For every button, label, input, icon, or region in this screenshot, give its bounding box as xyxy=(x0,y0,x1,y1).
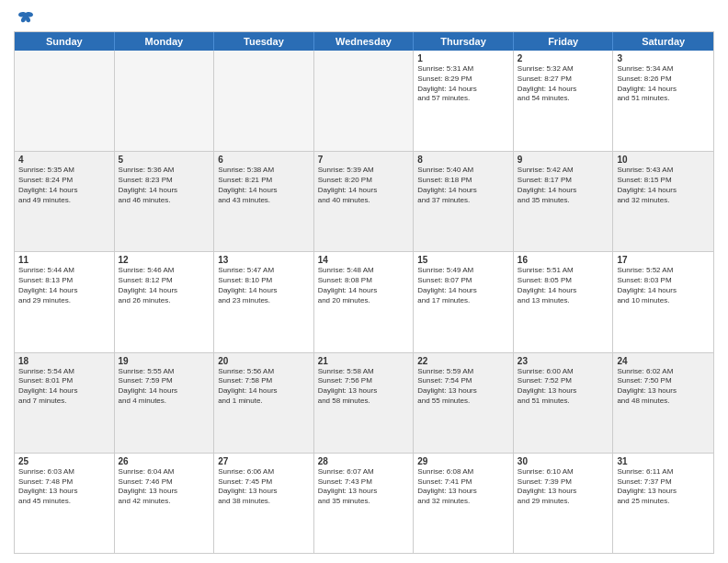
day-number: 23 xyxy=(518,356,609,366)
calendar-cell: 12Sunrise: 5:46 AM Sunset: 8:12 PM Dayli… xyxy=(115,252,215,351)
day-number: 2 xyxy=(518,53,609,63)
calendar-cell: 7Sunrise: 5:39 AM Sunset: 8:20 PM Daylig… xyxy=(314,152,415,251)
calendar-body: 1Sunrise: 5:31 AM Sunset: 8:29 PM Daylig… xyxy=(15,51,713,553)
day-info: Sunrise: 5:36 AM Sunset: 8:23 PM Dayligh… xyxy=(119,166,210,205)
calendar-cell: 10Sunrise: 5:43 AM Sunset: 8:15 PM Dayli… xyxy=(613,152,713,251)
day-info: Sunrise: 6:03 AM Sunset: 7:48 PM Dayligh… xyxy=(18,467,110,507)
day-info: Sunrise: 5:34 AM Sunset: 8:26 PM Dayligh… xyxy=(617,64,710,104)
day-number: 8 xyxy=(417,155,509,165)
day-info: Sunrise: 5:58 AM Sunset: 7:56 PM Dayligh… xyxy=(318,367,410,407)
day-number: 14 xyxy=(318,255,410,265)
calendar-cell: 13Sunrise: 5:47 AM Sunset: 8:10 PM Dayli… xyxy=(214,252,314,351)
calendar-cell: 1Sunrise: 5:31 AM Sunset: 8:29 PM Daylig… xyxy=(414,51,514,151)
day-number: 13 xyxy=(218,255,310,265)
day-number: 30 xyxy=(518,456,609,466)
calendar-cell: 15Sunrise: 5:49 AM Sunset: 8:07 PM Dayli… xyxy=(414,252,514,351)
calendar-cell: 21Sunrise: 5:58 AM Sunset: 7:56 PM Dayli… xyxy=(314,353,415,453)
day-info: Sunrise: 5:43 AM Sunset: 8:15 PM Dayligh… xyxy=(617,166,710,205)
logo xyxy=(14,13,35,24)
calendar-cell xyxy=(214,51,314,151)
calendar-week-2: 4Sunrise: 5:35 AM Sunset: 8:24 PM Daylig… xyxy=(15,151,713,251)
header-day-tuesday: Tuesday xyxy=(214,32,314,51)
day-number: 11 xyxy=(18,255,110,265)
page-header xyxy=(14,9,714,24)
calendar-cell xyxy=(15,51,115,151)
day-number: 20 xyxy=(218,356,310,366)
day-info: Sunrise: 5:55 AM Sunset: 7:59 PM Dayligh… xyxy=(119,367,210,407)
calendar-week-3: 11Sunrise: 5:44 AM Sunset: 8:13 PM Dayli… xyxy=(15,251,713,351)
calendar-cell: 9Sunrise: 5:42 AM Sunset: 8:17 PM Daylig… xyxy=(514,152,614,251)
day-info: Sunrise: 5:47 AM Sunset: 8:10 PM Dayligh… xyxy=(218,266,310,305)
day-number: 12 xyxy=(119,255,210,265)
day-number: 24 xyxy=(617,356,710,366)
day-info: Sunrise: 5:49 AM Sunset: 8:07 PM Dayligh… xyxy=(417,266,509,305)
header-day-saturday: Saturday xyxy=(613,32,713,51)
calendar-cell: 2Sunrise: 5:32 AM Sunset: 8:27 PM Daylig… xyxy=(514,51,614,151)
day-info: Sunrise: 6:06 AM Sunset: 7:45 PM Dayligh… xyxy=(218,467,310,507)
calendar-cell: 18Sunrise: 5:54 AM Sunset: 8:01 PM Dayli… xyxy=(15,353,115,453)
day-number: 3 xyxy=(617,53,710,63)
day-info: Sunrise: 5:32 AM Sunset: 8:27 PM Dayligh… xyxy=(518,64,609,104)
calendar-cell: 14Sunrise: 5:48 AM Sunset: 8:08 PM Dayli… xyxy=(314,252,415,351)
calendar-cell: 6Sunrise: 5:38 AM Sunset: 8:21 PM Daylig… xyxy=(214,152,314,251)
calendar-cell: 29Sunrise: 6:08 AM Sunset: 7:41 PM Dayli… xyxy=(414,454,514,553)
calendar-cell xyxy=(115,51,215,151)
day-info: Sunrise: 6:00 AM Sunset: 7:52 PM Dayligh… xyxy=(518,367,609,407)
day-info: Sunrise: 5:59 AM Sunset: 7:54 PM Dayligh… xyxy=(417,367,509,407)
day-info: Sunrise: 6:07 AM Sunset: 7:43 PM Dayligh… xyxy=(318,467,410,507)
day-number: 4 xyxy=(18,155,110,165)
day-info: Sunrise: 5:39 AM Sunset: 8:20 PM Dayligh… xyxy=(318,166,410,205)
day-number: 16 xyxy=(518,255,609,265)
calendar-cell: 16Sunrise: 5:51 AM Sunset: 8:05 PM Dayli… xyxy=(514,252,614,351)
day-number: 19 xyxy=(119,356,210,366)
calendar-cell: 31Sunrise: 6:11 AM Sunset: 7:37 PM Dayli… xyxy=(613,454,713,553)
day-info: Sunrise: 5:48 AM Sunset: 8:08 PM Dayligh… xyxy=(318,266,410,305)
day-number: 31 xyxy=(617,456,710,466)
day-number: 1 xyxy=(417,53,509,63)
calendar-cell: 5Sunrise: 5:36 AM Sunset: 8:23 PM Daylig… xyxy=(115,152,215,251)
day-info: Sunrise: 5:54 AM Sunset: 8:01 PM Dayligh… xyxy=(18,367,110,407)
calendar-cell: 23Sunrise: 6:00 AM Sunset: 7:52 PM Dayli… xyxy=(514,353,614,453)
day-number: 27 xyxy=(218,456,310,466)
day-number: 26 xyxy=(119,456,210,466)
calendar-cell: 22Sunrise: 5:59 AM Sunset: 7:54 PM Dayli… xyxy=(414,353,514,453)
day-number: 9 xyxy=(518,155,609,165)
header-day-monday: Monday xyxy=(115,32,215,51)
calendar-cell: 30Sunrise: 6:10 AM Sunset: 7:39 PM Dayli… xyxy=(514,454,614,553)
day-info: Sunrise: 5:38 AM Sunset: 8:21 PM Dayligh… xyxy=(218,166,310,205)
calendar-cell: 27Sunrise: 6:06 AM Sunset: 7:45 PM Dayli… xyxy=(214,454,314,553)
calendar: SundayMondayTuesdayWednesdayThursdayFrid… xyxy=(14,31,714,554)
calendar-week-1: 1Sunrise: 5:31 AM Sunset: 8:29 PM Daylig… xyxy=(15,51,713,151)
calendar-cell: 19Sunrise: 5:55 AM Sunset: 7:59 PM Dayli… xyxy=(115,353,215,453)
day-number: 6 xyxy=(218,155,310,165)
logo-bird-icon xyxy=(17,11,35,26)
day-info: Sunrise: 6:10 AM Sunset: 7:39 PM Dayligh… xyxy=(518,467,609,507)
day-info: Sunrise: 5:40 AM Sunset: 8:18 PM Dayligh… xyxy=(417,166,509,205)
day-number: 7 xyxy=(318,155,410,165)
calendar-cell: 8Sunrise: 5:40 AM Sunset: 8:18 PM Daylig… xyxy=(414,152,514,251)
calendar-cell: 24Sunrise: 6:02 AM Sunset: 7:50 PM Dayli… xyxy=(613,353,713,453)
calendar-week-4: 18Sunrise: 5:54 AM Sunset: 8:01 PM Dayli… xyxy=(15,352,713,453)
calendar-week-5: 25Sunrise: 6:03 AM Sunset: 7:48 PM Dayli… xyxy=(15,453,713,553)
header-day-thursday: Thursday xyxy=(414,32,514,51)
calendar-cell: 4Sunrise: 5:35 AM Sunset: 8:24 PM Daylig… xyxy=(15,152,115,251)
calendar-cell: 25Sunrise: 6:03 AM Sunset: 7:48 PM Dayli… xyxy=(15,454,115,553)
day-info: Sunrise: 5:42 AM Sunset: 8:17 PM Dayligh… xyxy=(518,166,609,205)
day-number: 15 xyxy=(417,255,509,265)
day-info: Sunrise: 6:11 AM Sunset: 7:37 PM Dayligh… xyxy=(617,467,710,507)
day-number: 17 xyxy=(617,255,710,265)
calendar-cell: 20Sunrise: 5:56 AM Sunset: 7:58 PM Dayli… xyxy=(214,353,314,453)
calendar-header: SundayMondayTuesdayWednesdayThursdayFrid… xyxy=(15,32,713,51)
day-info: Sunrise: 5:44 AM Sunset: 8:13 PM Dayligh… xyxy=(18,266,110,305)
day-number: 29 xyxy=(417,456,509,466)
day-info: Sunrise: 5:35 AM Sunset: 8:24 PM Dayligh… xyxy=(18,166,110,205)
day-info: Sunrise: 5:46 AM Sunset: 8:12 PM Dayligh… xyxy=(119,266,210,305)
day-info: Sunrise: 6:02 AM Sunset: 7:50 PM Dayligh… xyxy=(617,367,710,407)
header-day-wednesday: Wednesday xyxy=(314,32,415,51)
calendar-cell: 3Sunrise: 5:34 AM Sunset: 8:26 PM Daylig… xyxy=(613,51,713,151)
day-info: Sunrise: 6:08 AM Sunset: 7:41 PM Dayligh… xyxy=(417,467,509,507)
day-info: Sunrise: 5:31 AM Sunset: 8:29 PM Dayligh… xyxy=(417,64,509,104)
day-info: Sunrise: 5:56 AM Sunset: 7:58 PM Dayligh… xyxy=(218,367,310,407)
day-info: Sunrise: 5:52 AM Sunset: 8:03 PM Dayligh… xyxy=(617,266,710,305)
day-number: 22 xyxy=(417,356,509,366)
